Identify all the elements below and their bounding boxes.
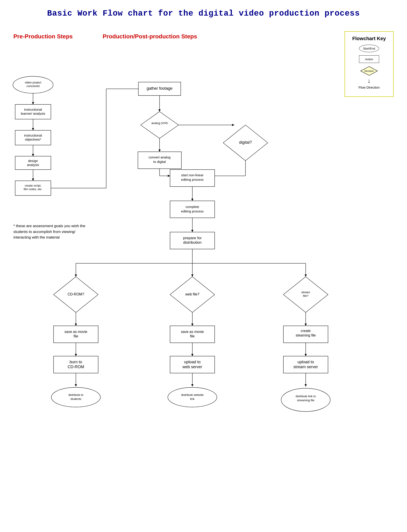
svg-text:web server: web server [182,365,202,369]
svg-marker-67 [191,274,194,277]
svg-marker-32 [141,112,179,138]
svg-text:editing process: editing process [181,178,204,181]
svg-marker-91 [191,324,194,326]
svg-text:gather footage: gather footage [147,86,172,91]
main-title: Basic Work Flow chart for the digital vi… [9,9,398,18]
svg-text:distribution: distribution [183,240,202,245]
svg-text:design: design [28,159,38,163]
svg-text:stream: stream [301,290,310,294]
svg-text:distribute website: distribute website [181,393,204,397]
page: Basic Work Flow chart for the digital vi… [0,0,407,532]
svg-text:digital?: digital? [239,140,252,145]
svg-marker-109 [305,324,307,326]
svg-text:video project: video project [25,81,41,84]
note-text: * these are assessment goals you wish th… [13,223,89,240]
svg-marker-21 [32,179,34,181]
svg-text:save as movie: save as movie [181,330,204,334]
svg-marker-96 [191,354,194,356]
svg-marker-53 [191,199,194,201]
svg-text:distribute link to: distribute link to [296,395,316,398]
svg-text:upload to: upload to [184,360,201,364]
svg-text:convert analog: convert analog [149,155,171,159]
svg-text:complete: complete [186,205,199,209]
svg-marker-65 [75,274,77,277]
svg-marker-79 [75,354,77,356]
svg-text:burn to: burn to [70,360,82,364]
svg-text:editing process: editing process [181,209,204,213]
svg-marker-6 [32,102,34,104]
svg-text:analysis: analysis [27,163,39,167]
svg-text:instructional: instructional [24,108,42,111]
svg-marker-74 [75,324,77,326]
svg-marker-119 [305,384,307,386]
svg-marker-35 [158,149,161,152]
svg-text:objectives*: objectives* [25,137,41,141]
svg-text:create: create [301,329,311,333]
svg-text:conceived: conceived [27,84,40,88]
svg-text:CD-ROM: CD-ROM [68,365,84,369]
svg-marker-58 [191,230,194,232]
svg-text:learner/ analysis: learner/ analysis [21,112,45,115]
svg-marker-16 [32,154,34,156]
svg-marker-31 [158,109,161,112]
svg-marker-70 [305,274,307,277]
svg-text:CD-ROM?: CD-ROM? [68,292,84,296]
svg-text:stream server: stream server [293,365,318,369]
svg-marker-84 [75,384,77,386]
svg-text:distribute to: distribute to [68,393,83,397]
svg-text:upload to: upload to [297,360,314,364]
svg-text:web file?: web file? [185,292,199,296]
svg-text:to digital: to digital [153,160,166,164]
svg-text:film notes, etc.: film notes, etc. [24,188,42,191]
svg-marker-114 [305,354,307,356]
svg-text:analog (VHS: analog (VHS [151,121,168,125]
svg-text:start non-linear: start non-linear [181,173,204,177]
svg-marker-11 [32,128,34,130]
svg-text:save as movie: save as movie [64,330,87,334]
svg-marker-48 [168,175,170,177]
svg-text:file?: file? [303,294,308,297]
svg-marker-101 [191,384,194,386]
svg-marker-40 [232,124,234,126]
svg-text:link: link [190,397,195,400]
svg-text:students: students [70,397,81,400]
svg-text:file: file [74,334,78,338]
svg-text:create script,: create script, [25,184,41,187]
svg-text:prepare for: prepare for [183,236,202,240]
svg-text:instructional: instructional [24,133,42,137]
flowchart-svg: video project conceived instructional le… [0,27,407,532]
svg-text:steaming file: steaming file [296,333,316,337]
svg-text:streaming file: streaming file [297,399,314,402]
svg-text:file: file [190,334,195,338]
